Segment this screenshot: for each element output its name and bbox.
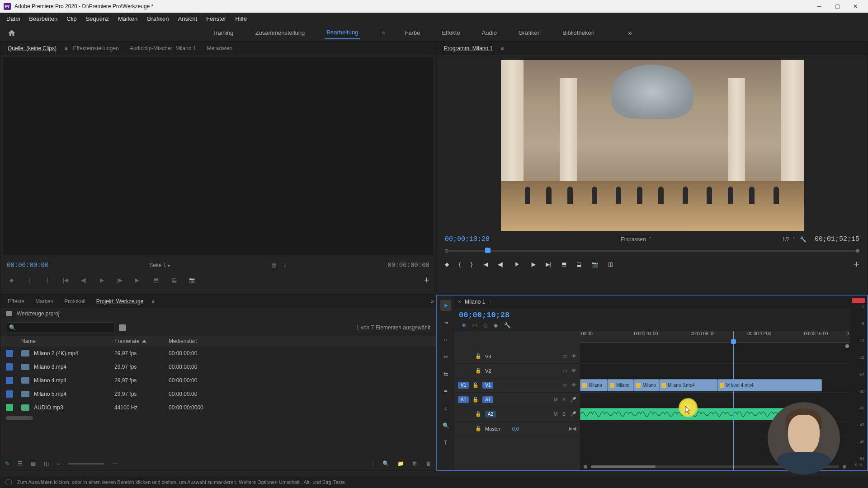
rectangle-tool-icon[interactable]: ○ bbox=[440, 403, 451, 414]
timeline-playhead[interactable] bbox=[733, 331, 734, 470]
source-dropzone-icon[interactable]: ▦ bbox=[271, 262, 276, 268]
tab-programm[interactable]: Programm: Milano 1 bbox=[439, 43, 498, 53]
project-breadcrumb[interactable]: Werkzeuge.prproj bbox=[0, 308, 436, 319]
track-target-a1[interactable]: A1 bbox=[482, 396, 493, 403]
track-v2[interactable] bbox=[580, 364, 850, 378]
project-search-input[interactable]: 🔍 bbox=[6, 322, 114, 333]
program-playhead[interactable] bbox=[485, 248, 491, 253]
tab-effekte[interactable]: Effekte bbox=[2, 296, 30, 306]
source-page[interactable]: Seite 1 ▸ bbox=[149, 262, 170, 268]
menu-bearbeiten[interactable]: Bearbeiten bbox=[24, 14, 62, 24]
program-in-icon[interactable]: { bbox=[459, 261, 461, 267]
menu-marken[interactable]: Marken bbox=[113, 14, 142, 24]
workspace-training[interactable]: Training bbox=[211, 27, 235, 39]
source-marker-icon[interactable]: ◆ bbox=[7, 276, 16, 285]
freeform-view-icon[interactable]: ◫ bbox=[44, 460, 49, 467]
slip-tool-icon[interactable]: ⇆ bbox=[440, 369, 451, 380]
program-extract-icon[interactable]: ⬓ bbox=[576, 261, 581, 267]
menu-clip[interactable]: Clip bbox=[62, 14, 81, 24]
source-patch-v1[interactable]: V1 bbox=[458, 382, 469, 389]
lock-icon[interactable]: 🔓 bbox=[475, 426, 481, 432]
file-label-color[interactable] bbox=[6, 350, 13, 357]
file-label-color[interactable] bbox=[6, 377, 13, 384]
timeline-tab-menu-icon[interactable]: ≡ bbox=[489, 299, 491, 305]
program-monitor[interactable] bbox=[501, 60, 804, 231]
program-compare-icon[interactable]: ◫ bbox=[608, 261, 613, 267]
project-folder-icon[interactable] bbox=[119, 324, 126, 331]
source-in-icon[interactable]: { bbox=[25, 276, 34, 285]
track-header-master[interactable]: 🔓 Master 0,0 ▶◀ bbox=[454, 422, 580, 436]
source-patch-a1[interactable]: A1 bbox=[458, 396, 469, 403]
program-out-icon[interactable]: } bbox=[471, 261, 472, 267]
home-button[interactable] bbox=[3, 24, 21, 42]
sync-lock-icon[interactable]: ⬭ bbox=[563, 368, 567, 374]
eye-icon[interactable]: 👁 bbox=[571, 382, 576, 388]
col-framerate[interactable]: Framerate bbox=[114, 338, 169, 344]
meter-peak-indicator[interactable] bbox=[852, 298, 865, 303]
source-step-back-icon[interactable]: ◀| bbox=[79, 276, 88, 285]
ripple-tool-icon[interactable]: ↔ bbox=[440, 334, 451, 345]
project-hscroll[interactable] bbox=[6, 416, 430, 421]
menu-fenster[interactable]: Fenster bbox=[202, 14, 231, 24]
find-icon[interactable]: 🔍 bbox=[382, 460, 389, 467]
source-goto-out-icon[interactable]: ▶| bbox=[133, 276, 142, 285]
video-clip[interactable]: Milano bbox=[580, 379, 608, 391]
sort-icon[interactable]: ↕ bbox=[372, 460, 374, 467]
program-play-icon[interactable] bbox=[513, 261, 520, 268]
mute-icon[interactable]: M bbox=[553, 397, 557, 403]
workspace-zusammenstellung[interactable]: Zusammenstellung bbox=[253, 27, 307, 39]
track-v3[interactable] bbox=[580, 349, 850, 364]
menu-sequenz[interactable]: Sequenz bbox=[81, 14, 113, 24]
video-clip[interactable]: Milano bbox=[608, 379, 634, 391]
pen-tool-icon[interactable]: ✒ bbox=[440, 386, 451, 397]
icon-view-icon[interactable]: ▦ bbox=[31, 460, 36, 467]
time-ruler[interactable]: :00:00 00:00:04:00 00:00:08:00 00:00:12:… bbox=[580, 331, 850, 343]
minimize-button[interactable]: ─ bbox=[810, 0, 828, 13]
add-marker-icon[interactable]: ◆ bbox=[494, 322, 498, 328]
source-add-button[interactable]: + bbox=[424, 274, 429, 286]
mixdown-icon[interactable]: ▶◀ bbox=[568, 426, 576, 432]
voiceover-icon[interactable]: 🎤 bbox=[570, 397, 576, 403]
workspace-audio[interactable]: Audio bbox=[480, 27, 499, 39]
track-target-a2[interactable]: A2 bbox=[485, 411, 496, 418]
file-label-color[interactable] bbox=[6, 363, 13, 371]
timeline-close-icon[interactable]: × bbox=[458, 299, 461, 305]
track-header-a1[interactable]: A1 🔓 A1 MS🎤 bbox=[454, 393, 580, 407]
source-insert-clip-icon[interactable]: ⬒ bbox=[151, 276, 160, 285]
source-insert-icon[interactable]: ⤓ bbox=[283, 262, 287, 268]
marker-icon[interactable]: ◇ bbox=[483, 322, 487, 328]
source-out-icon[interactable]: } bbox=[43, 276, 52, 285]
master-value[interactable]: 0,0 bbox=[512, 426, 519, 432]
tab-effekteinstellungen[interactable]: Effekteinstellungen bbox=[67, 43, 124, 53]
type-tool-icon[interactable]: T bbox=[440, 437, 451, 448]
linked-selection-icon[interactable]: ⬭ bbox=[472, 322, 477, 328]
project-tab-menu-icon[interactable]: ≡ bbox=[151, 299, 154, 304]
voiceover-icon[interactable]: 🎤 bbox=[570, 411, 576, 417]
sync-lock-icon[interactable]: ⬭ bbox=[563, 353, 567, 359]
tab-quelle[interactable]: Quelle: (keine Clips) bbox=[2, 43, 62, 53]
program-step-fwd-icon[interactable]: |▶ bbox=[530, 261, 536, 267]
program-zoom-select[interactable]: 1/2 ˅ bbox=[782, 236, 795, 243]
workspace-bibliotheken[interactable]: Bibliotheken bbox=[561, 27, 596, 39]
file-label-color[interactable] bbox=[6, 390, 13, 398]
track-header-v3[interactable]: 🔓 V3 ⬭👁 bbox=[454, 349, 580, 364]
source-tc-in[interactable]: 00:00:00:00 bbox=[7, 262, 48, 269]
timeline-title[interactable]: Milano 1 bbox=[465, 299, 485, 305]
workspace-overflow-icon[interactable]: » bbox=[628, 29, 632, 37]
zoom-slider-max-icon[interactable]: — bbox=[113, 460, 118, 467]
program-lift-icon[interactable]: ⬒ bbox=[561, 261, 566, 267]
video-clip[interactable]: Milano 3.mp4 bbox=[659, 379, 717, 391]
menu-ansicht[interactable]: Ansicht bbox=[173, 14, 202, 24]
source-monitor[interactable] bbox=[3, 57, 433, 255]
sync-lock-icon[interactable]: ⬭ bbox=[563, 382, 567, 388]
program-marker-icon[interactable]: ◆ bbox=[445, 261, 449, 267]
program-add-button[interactable]: + bbox=[854, 258, 859, 270]
lock-icon[interactable]: 🔓 bbox=[472, 382, 479, 388]
track-select-tool-icon[interactable]: ⇥ bbox=[440, 317, 451, 328]
source-play-icon[interactable]: ▶ bbox=[97, 276, 106, 285]
maximize-button[interactable]: ▢ bbox=[828, 0, 846, 13]
track-v1[interactable]: Milano Milano Milano Milano 3.mp4 M lano… bbox=[580, 378, 850, 393]
track-header-v2[interactable]: 🔓 V2 ⬭👁 bbox=[454, 364, 580, 378]
file-row[interactable]: Milano 2 (4K).mp4 29,97 fps 00:00:00:00 bbox=[0, 347, 436, 360]
solo-icon[interactable]: S bbox=[562, 397, 566, 403]
